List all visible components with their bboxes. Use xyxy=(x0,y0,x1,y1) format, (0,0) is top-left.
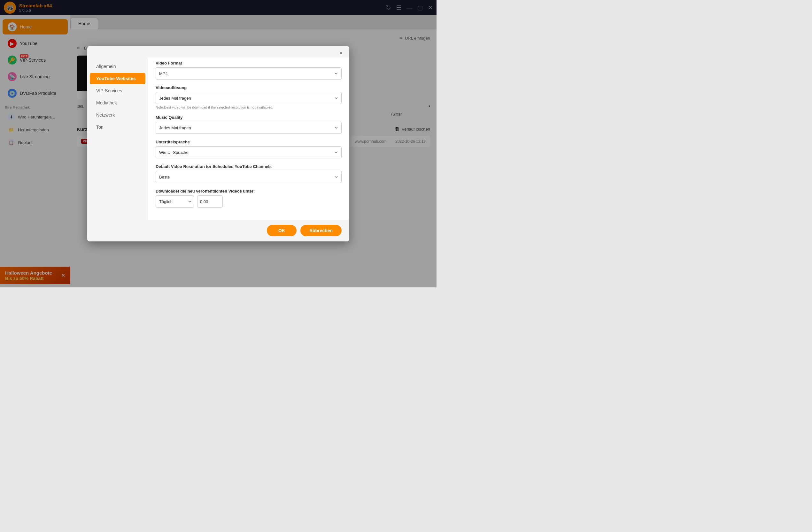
video-resolution-label: Videoauflösung xyxy=(156,85,342,90)
cancel-button[interactable]: Abbrechen xyxy=(300,225,342,236)
subtitle-lang-group: Untertitelsprache Wie UI-Sprache Deutsch… xyxy=(156,139,342,158)
settings-dialog: × Allgemein YouTube-Websites VIP-Service… xyxy=(87,46,349,241)
time-input[interactable] xyxy=(197,195,223,208)
subtitle-lang-label: Untertitelsprache xyxy=(156,139,342,144)
scheduled-row: Täglich Stündlich Wöchentlich xyxy=(156,195,342,208)
dialog-nav-allgemein[interactable]: Allgemein xyxy=(90,61,145,72)
subtitle-lang-select[interactable]: Wie UI-Sprache Deutsch English xyxy=(156,146,342,158)
ok-button[interactable]: OK xyxy=(267,225,296,236)
dialog-nav-vip-services[interactable]: VIP-Services xyxy=(90,85,145,97)
dialog-header: × xyxy=(87,46,349,58)
default-resolution-select[interactable]: Beste 1080p 720p xyxy=(156,171,342,183)
video-resolution-note: Note:Best video will be download if the … xyxy=(156,105,342,109)
dialog-footer: OK Abbrechen xyxy=(87,220,349,241)
music-quality-label: Music Quality xyxy=(156,115,342,120)
video-resolution-group: Videoauflösung Jedes Mal fragen 1080p 72… xyxy=(156,85,342,109)
dialog-sidebar: Allgemein YouTube-Websites VIP-Services … xyxy=(87,58,148,220)
dialog-body: Allgemein YouTube-Websites VIP-Services … xyxy=(87,58,349,220)
video-format-group: Video Format MP4 MKV TS xyxy=(156,61,342,79)
dialog-nav-ton[interactable]: Ton xyxy=(90,121,145,133)
video-format-label: Video Format xyxy=(156,61,342,65)
dialog-nav-youtube-websites[interactable]: YouTube-Websites xyxy=(90,73,145,84)
dialog-overlay: × Allgemein YouTube-Websites VIP-Service… xyxy=(0,0,436,287)
video-resolution-select[interactable]: Jedes Mal fragen 1080p 720p xyxy=(156,92,342,104)
download-label: Downloadet die neu veröffentlichten Vide… xyxy=(156,189,342,193)
default-resolution-label: Default Video Resolution for Scheduled Y… xyxy=(156,164,342,169)
dialog-nav-mediathek[interactable]: Mediathek xyxy=(90,97,145,108)
dialog-close-button[interactable]: × xyxy=(336,48,346,58)
music-quality-group: Music Quality Jedes Mal fragen 320kbps 2… xyxy=(156,115,342,134)
frequency-select[interactable]: Täglich Stündlich Wöchentlich xyxy=(156,195,194,208)
dialog-nav-netzwerk[interactable]: Netzwerk xyxy=(90,109,145,121)
video-format-select[interactable]: MP4 MKV TS xyxy=(156,68,342,79)
music-quality-select[interactable]: Jedes Mal fragen 320kbps 256kbps xyxy=(156,122,342,134)
default-resolution-group: Default Video Resolution for Scheduled Y… xyxy=(156,164,342,183)
dialog-form-content: Video Format MP4 MKV TS Videoauflösung J… xyxy=(148,58,349,220)
download-scheduled-group: Downloadet die neu veröffentlichten Vide… xyxy=(156,189,342,208)
